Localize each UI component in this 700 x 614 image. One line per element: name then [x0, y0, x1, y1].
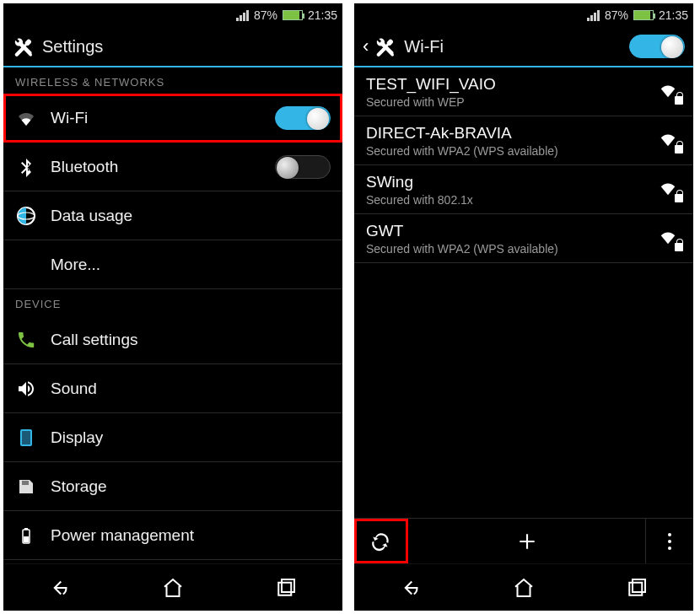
nav-recent[interactable] [580, 564, 693, 611]
header: Settings [3, 27, 342, 67]
row-wifi[interactable]: Wi-Fi [3, 94, 342, 143]
wifi-screen: 87% 21:35 ‹ Wi-Fi TEST_WIFI_VAIO Secured… [354, 3, 693, 611]
network-ssid: TEST_WIFI_VAIO [366, 75, 643, 94]
back-icon[interactable]: ‹ [363, 35, 369, 57]
row-power[interactable]: Power management [3, 511, 342, 560]
row-call-settings[interactable]: Call settings [3, 315, 342, 364]
row-data-usage[interactable]: Data usage [3, 191, 342, 240]
row-sound-label: Sound [51, 380, 331, 398]
battery-icon [283, 10, 303, 20]
status-bar: 87% 21:35 [3, 3, 342, 27]
network-desc: Secured with WEP [366, 95, 643, 109]
section-wireless: WIRELESS & NETWORKS [3, 67, 342, 94]
nav-home[interactable] [116, 564, 229, 611]
bluetooth-toggle[interactable] [275, 155, 331, 179]
row-display-label: Display [51, 428, 331, 447]
header[interactable]: ‹ Wi-Fi [354, 27, 693, 67]
settings-tools-icon [12, 35, 34, 57]
network-ssid: DIRECT-Ak-BRAVIA [366, 124, 643, 143]
svg-rect-3 [22, 481, 29, 485]
row-bluetooth-label: Bluetooth [51, 158, 261, 176]
nav-recent[interactable] [229, 564, 342, 611]
data-usage-icon [15, 205, 37, 227]
wifi-icon [15, 107, 37, 129]
network-row[interactable]: GWT Secured with WPA2 (WPS available) [354, 214, 693, 263]
nav-bar [3, 563, 342, 611]
overflow-icon [668, 533, 671, 550]
signal-icon [236, 9, 249, 21]
overflow-menu-button[interactable] [646, 519, 693, 563]
section-device: DEVICE [3, 289, 342, 315]
nav-back[interactable] [3, 564, 116, 611]
wifi-secure-icon [656, 81, 681, 103]
battery-icon [633, 10, 654, 20]
network-row[interactable]: TEST_WIFI_VAIO Secured with WEP [354, 67, 693, 116]
battery-pct: 87% [605, 8, 628, 22]
wifi-secure-icon [656, 228, 681, 250]
action-bar [354, 518, 693, 563]
svg-rect-7 [278, 582, 291, 595]
nav-back[interactable] [354, 564, 467, 611]
row-more[interactable]: More... [3, 240, 342, 289]
svg-rect-10 [633, 579, 645, 592]
wps-button[interactable] [354, 519, 408, 563]
row-sound[interactable]: Sound [3, 364, 342, 413]
svg-rect-5 [24, 528, 28, 530]
row-storage-label: Storage [51, 477, 331, 496]
network-row[interactable]: SWing Secured with 802.1x [354, 165, 693, 214]
network-row[interactable]: DIRECT-Ak-BRAVIA Secured with WPA2 (WPS … [354, 116, 693, 165]
network-desc: Secured with WPA2 (WPS available) [366, 242, 643, 256]
svg-rect-9 [629, 582, 642, 595]
network-desc: Secured with WPA2 (WPS available) [366, 144, 643, 158]
wifi-master-toggle[interactable] [629, 35, 685, 58]
network-list: TEST_WIFI_VAIO Secured with WEP DIRECT-A… [354, 67, 693, 518]
spacer [15, 254, 37, 276]
svg-rect-8 [282, 579, 294, 592]
storage-icon [15, 476, 37, 498]
settings-list: WIRELESS & NETWORKS Wi-Fi Bluetooth Dat [3, 67, 342, 563]
row-storage[interactable]: Storage [3, 462, 342, 511]
battery-pct: 87% [254, 8, 277, 22]
bluetooth-icon [15, 156, 37, 178]
row-data-usage-label: Data usage [51, 207, 331, 225]
network-desc: Secured with 802.1x [366, 193, 643, 207]
phone-icon [15, 329, 37, 351]
settings-tools-icon [374, 35, 396, 57]
row-bluetooth[interactable]: Bluetooth [3, 143, 342, 191]
svg-rect-2 [21, 430, 31, 445]
clock: 21:35 [308, 8, 337, 22]
header-title: Settings [42, 37, 103, 57]
row-wifi-label: Wi-Fi [51, 109, 261, 127]
wifi-secure-icon [656, 179, 681, 201]
header-title: Wi-Fi [404, 37, 444, 57]
row-power-label: Power management [51, 526, 331, 545]
nav-bar [354, 563, 693, 611]
wifi-toggle[interactable] [275, 106, 331, 130]
settings-screen: 87% 21:35 Settings WIRELESS & NETWORKS W… [3, 3, 342, 611]
add-network-button[interactable] [408, 519, 646, 563]
row-display[interactable]: Display [3, 413, 342, 462]
wifi-secure-icon [656, 130, 681, 152]
power-icon [15, 525, 37, 547]
clock: 21:35 [659, 8, 688, 22]
network-ssid: GWT [366, 222, 643, 240]
sound-icon [15, 378, 37, 400]
nav-home[interactable] [467, 564, 580, 611]
status-bar: 87% 21:35 [354, 3, 693, 27]
signal-icon [587, 9, 600, 21]
display-icon [15, 427, 37, 449]
row-call-label: Call settings [51, 331, 331, 349]
row-more-label: More... [51, 256, 331, 274]
svg-rect-6 [24, 536, 29, 542]
network-ssid: SWing [366, 173, 643, 191]
